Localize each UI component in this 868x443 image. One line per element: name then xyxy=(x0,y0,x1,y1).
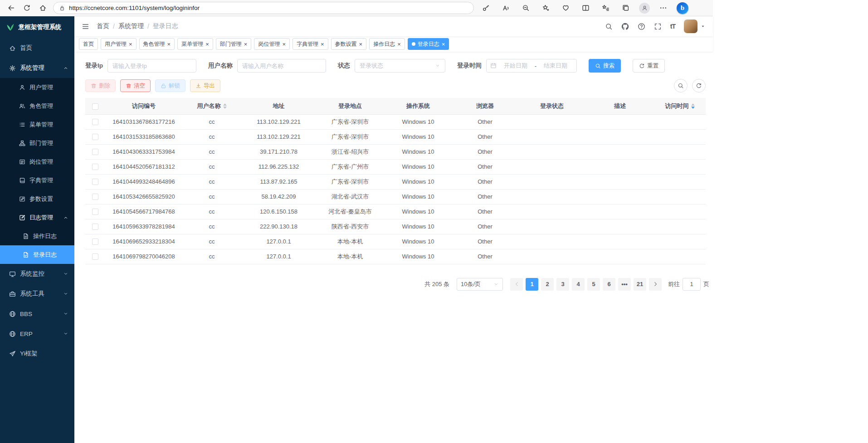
close-icon[interactable]: × xyxy=(321,41,324,47)
copilot-button[interactable]: b xyxy=(677,2,688,14)
sidebar-item-dict-mgmt[interactable]: 字典管理 xyxy=(0,171,74,190)
sidebar-item-erp[interactable]: ERP xyxy=(0,324,74,344)
add-favorite-button[interactable] xyxy=(539,1,552,15)
table-row[interactable]: 1641069652933218304 cc 127.0.0.1 本地-本机 W… xyxy=(85,234,706,249)
sort-carets-icon[interactable] xyxy=(691,103,695,109)
fullscreen-button[interactable] xyxy=(654,23,662,30)
browser-profile-button[interactable] xyxy=(639,3,650,14)
col-user-name[interactable]: 用户名称 xyxy=(182,98,241,114)
tab-dept-mgmt[interactable]: 部门管理× xyxy=(216,38,252,50)
page-button-2[interactable]: 2 xyxy=(541,278,554,291)
table-row[interactable]: 1641053426655825920 cc 58.19.42.209 湖北省-… xyxy=(85,189,706,204)
zoom-button[interactable] xyxy=(519,1,532,15)
tab-role-mgmt[interactable]: 角色管理× xyxy=(139,38,175,50)
sidebar-item-user-mgmt[interactable]: 用户管理 xyxy=(0,78,74,97)
split-screen-button[interactable] xyxy=(579,1,592,15)
reset-button[interactable]: 重置 xyxy=(633,59,665,73)
next-page-button[interactable] xyxy=(649,278,662,291)
breadcrumb-system-mgmt[interactable]: 系统管理 xyxy=(118,22,144,30)
sidebar-item-dept-mgmt[interactable]: 部门管理 xyxy=(0,134,74,152)
collections-button[interactable] xyxy=(619,1,632,15)
browser-home-button[interactable] xyxy=(36,1,49,15)
close-icon[interactable]: × xyxy=(205,41,209,47)
page-button-4[interactable]: 4 xyxy=(572,278,585,291)
sidebar-item-post-mgmt[interactable]: 岗位管理 xyxy=(0,152,74,171)
table-row[interactable]: 1641031367863177216 cc 113.102.129.221 广… xyxy=(85,114,706,129)
page-button-3[interactable]: 3 xyxy=(556,278,569,291)
sidebar-item-system-mgmt[interactable]: 系统管理 xyxy=(0,58,74,78)
sidebar-item-login-log[interactable]: 登录日志 xyxy=(0,245,74,264)
table-row[interactable]: 1641031533185863680 cc 113.102.129.221 广… xyxy=(85,129,706,144)
browser-back-button[interactable] xyxy=(5,1,18,15)
sidebar-item-system-tools[interactable]: 系统工具 xyxy=(0,284,74,304)
tab-operation-log[interactable]: 操作日志× xyxy=(369,38,405,50)
github-link-button[interactable] xyxy=(621,23,629,30)
search-button[interactable]: 搜索 xyxy=(589,59,621,73)
page-button-1[interactable]: 1 xyxy=(526,278,538,291)
close-icon[interactable]: × xyxy=(282,41,286,47)
row-checkbox[interactable] xyxy=(92,224,98,230)
sort-carets-icon[interactable] xyxy=(223,103,227,109)
close-icon[interactable]: × xyxy=(359,41,363,47)
read-aloud-button[interactable] xyxy=(499,1,512,15)
row-checkbox[interactable] xyxy=(92,119,98,125)
help-button[interactable] xyxy=(638,23,645,30)
row-checkbox[interactable] xyxy=(92,164,98,170)
export-button[interactable]: 导出 xyxy=(190,79,220,92)
sidebar-item-yi-framework[interactable]: Yi框架 xyxy=(0,344,74,364)
tab-param-settings[interactable]: 参数设置× xyxy=(331,38,367,50)
refresh-table-button[interactable] xyxy=(692,79,706,92)
address-bar[interactable]: https://ccnetcore.com:1101/system/log/lo… xyxy=(53,2,474,14)
table-row[interactable]: 1641059633978281984 cc 222.90.130.18 陕西省… xyxy=(85,219,706,234)
close-icon[interactable]: × xyxy=(442,41,445,47)
browser-essentials-button[interactable] xyxy=(559,1,572,15)
row-checkbox[interactable] xyxy=(92,209,98,215)
sidebar-item-role-mgmt[interactable]: 角色管理 xyxy=(0,97,74,115)
delete-button[interactable]: 删除 xyxy=(85,79,116,92)
goto-page-input[interactable] xyxy=(683,278,701,291)
row-checkbox[interactable] xyxy=(92,149,98,155)
table-row[interactable]: 1641069798270046208 cc 127.0.0.1 本地-本机 W… xyxy=(85,249,706,264)
table-row[interactable]: 1641044520567181312 cc 112.96.225.132 广东… xyxy=(85,159,706,174)
sidebar-item-log-mgmt[interactable]: 日志管理 xyxy=(0,208,74,227)
settings-more-button[interactable] xyxy=(657,1,670,15)
page-button-5[interactable]: 5 xyxy=(587,278,600,291)
breadcrumb-home[interactable]: 首页 xyxy=(97,22,109,30)
header-search-button[interactable] xyxy=(605,23,613,30)
col-visit-time[interactable]: 访问时间 xyxy=(654,98,706,114)
close-icon[interactable]: × xyxy=(129,41,132,47)
sidebar-item-system-monitor[interactable]: 系统监控 xyxy=(0,264,74,284)
login-ip-input[interactable] xyxy=(107,59,196,73)
unlock-button[interactable]: 解锁 xyxy=(155,79,185,92)
close-icon[interactable]: × xyxy=(167,41,171,47)
row-checkbox[interactable] xyxy=(92,253,98,260)
login-time-range-picker[interactable]: 开始日期 - 结束日期 xyxy=(486,59,577,73)
table-row[interactable]: 1641054566717984768 cc 120.6.150.158 河北省… xyxy=(85,204,706,219)
toggle-search-button[interactable] xyxy=(674,79,688,92)
sidebar-item-param-settings[interactable]: 参数设置 xyxy=(0,190,74,208)
sidebar-item-operation-log[interactable]: 操作日志 xyxy=(0,227,74,245)
tab-user-mgmt[interactable]: 用户管理× xyxy=(101,38,137,50)
password-manager-button[interactable] xyxy=(479,1,493,15)
user-menu[interactable] xyxy=(684,19,706,33)
select-all-checkbox[interactable] xyxy=(92,103,98,110)
clear-button[interactable]: 清空 xyxy=(120,79,151,92)
browser-refresh-button[interactable] xyxy=(20,1,34,15)
collapse-sidebar-button[interactable] xyxy=(82,23,89,30)
status-select[interactable]: 登录状态 xyxy=(355,59,445,73)
page-button-last[interactable]: 21 xyxy=(634,278,646,291)
row-checkbox[interactable] xyxy=(92,179,98,185)
close-icon[interactable]: × xyxy=(244,41,248,47)
font-size-button[interactable]: tT xyxy=(670,23,675,30)
sidebar-item-bbs[interactable]: BBS xyxy=(0,304,74,324)
favorites-button[interactable] xyxy=(599,1,612,15)
tab-post-mgmt[interactable]: 岗位管理× xyxy=(254,38,290,50)
more-pages-button[interactable]: ••• xyxy=(618,278,631,291)
page-button-6[interactable]: 6 xyxy=(603,278,615,291)
sidebar-item-home[interactable]: 首页 xyxy=(0,38,74,58)
table-row[interactable]: 1641043063331753984 cc 39.171.210.78 浙江省… xyxy=(85,144,706,159)
close-icon[interactable]: × xyxy=(397,41,401,47)
sidebar-item-menu-mgmt[interactable]: 菜单管理 xyxy=(0,115,74,134)
tab-login-log[interactable]: 登录日志× xyxy=(408,38,449,50)
row-checkbox[interactable] xyxy=(92,239,98,245)
